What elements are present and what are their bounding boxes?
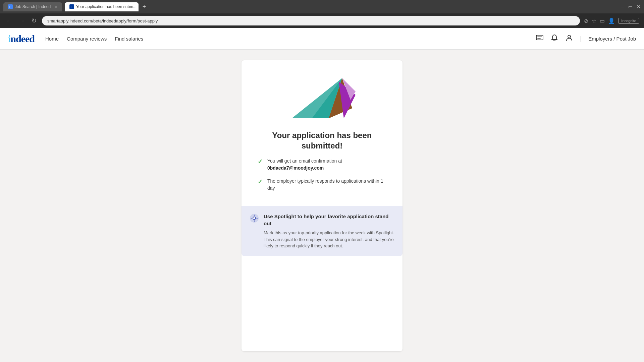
check-items-list: ✓ You will get an email confirmation at …	[241, 158, 402, 206]
window-close[interactable]: ✕	[637, 4, 641, 9]
svg-point-13	[253, 217, 255, 219]
address-bar: ← → ↻ ⊘ ☆ ▭ 👤 Incognito	[0, 13, 644, 28]
svg-point-5	[568, 35, 571, 38]
paper-plane-illustration	[241, 60, 402, 127]
tab-job-search[interactable]: i Job Search | Indeed ×	[3, 2, 62, 11]
svg-text:i: i	[9, 5, 10, 8]
window-controls: ─ ▭ ✕	[621, 4, 641, 9]
spotlight-svg	[250, 214, 259, 223]
profile-icon[interactable]: 👤	[608, 18, 615, 24]
address-input[interactable]	[42, 16, 580, 25]
nav-divider: |	[580, 35, 582, 43]
window-minimize[interactable]: ─	[621, 4, 624, 9]
email-address: 0bdaeda7@moodjoy.com	[267, 165, 324, 171]
address-icons: ⊘ ☆ ▭ 👤 Incognito	[584, 18, 639, 24]
indeed-logo[interactable]: indeed	[8, 33, 35, 45]
extension-icon[interactable]: ▭	[600, 18, 605, 24]
nav-home[interactable]: Home	[45, 36, 59, 42]
profile-button[interactable]	[565, 34, 573, 44]
spotlight-section: Use Spotlight to help your favorite appl…	[241, 206, 402, 256]
spotlight-heading: Use Spotlight to help your favorite appl…	[264, 213, 394, 227]
check-item-response: ✓ The employer typically responds to app…	[258, 178, 386, 192]
employers-link[interactable]: Employers / Post Job	[588, 36, 636, 42]
main-nav: indeed Home Company reviews Find salarie…	[0, 28, 644, 50]
tab-application[interactable]: i Your application has been subm... ×	[65, 2, 139, 11]
notifications-button[interactable]	[550, 34, 558, 44]
nav-find-salaries[interactable]: Find salaries	[115, 36, 143, 42]
bell-icon	[550, 34, 558, 42]
nav-links: Home Company reviews Find salaries	[45, 36, 143, 42]
svg-text:i: i	[71, 5, 71, 8]
tab-favicon-indeed: i	[69, 4, 74, 9]
tab-favicon-job: i	[8, 4, 13, 9]
incognito-label[interactable]: Incognito	[618, 18, 639, 24]
back-button[interactable]: ←	[5, 16, 13, 26]
check-item-email: ✓ You will get an email confirmation at …	[258, 158, 386, 172]
messages-icon	[536, 34, 544, 42]
refresh-button[interactable]: ↻	[30, 16, 38, 26]
svg-rect-4	[536, 35, 543, 40]
tab-job-search-label: Job Search | Indeed	[15, 4, 51, 9]
camera-off-icon: ⊘	[584, 18, 588, 24]
submission-heading: Your application has been submitted!	[255, 130, 389, 151]
tab-close-job[interactable]: ×	[55, 4, 57, 9]
forward-button[interactable]: →	[17, 16, 26, 26]
browser-tab-bar: i Job Search | Indeed × i Your applicati…	[0, 0, 644, 13]
messages-button[interactable]	[536, 34, 544, 44]
check-text-email: You will get an email confirmation at 0b…	[267, 158, 386, 172]
user-icon	[565, 34, 573, 42]
nav-company-reviews[interactable]: Company reviews	[67, 36, 107, 42]
spotlight-body: Mark this as your top-priority applicati…	[264, 230, 394, 249]
main-content: Your application has been submitted! ✓ Y…	[0, 50, 644, 362]
spotlight-icon	[250, 214, 259, 224]
paper-plane-svg	[285, 68, 359, 125]
window-maximize[interactable]: ▭	[628, 4, 633, 9]
spotlight-inner: Use Spotlight to help your favorite appl…	[250, 213, 394, 249]
checkmark-response: ✓	[258, 178, 263, 185]
card-heading: Your application has been submitted!	[241, 127, 402, 158]
check-text-response: The employer typically responds to appli…	[267, 178, 386, 192]
bookmark-icon[interactable]: ☆	[592, 18, 596, 24]
application-card: Your application has been submitted! ✓ Y…	[241, 60, 402, 351]
checkmark-email: ✓	[258, 158, 263, 165]
nav-right: | Employers / Post Job	[536, 34, 636, 44]
new-tab-button[interactable]: +	[143, 3, 146, 10]
tab-application-label: Your application has been subm...	[76, 4, 137, 9]
spotlight-content: Use Spotlight to help your favorite appl…	[264, 213, 394, 249]
